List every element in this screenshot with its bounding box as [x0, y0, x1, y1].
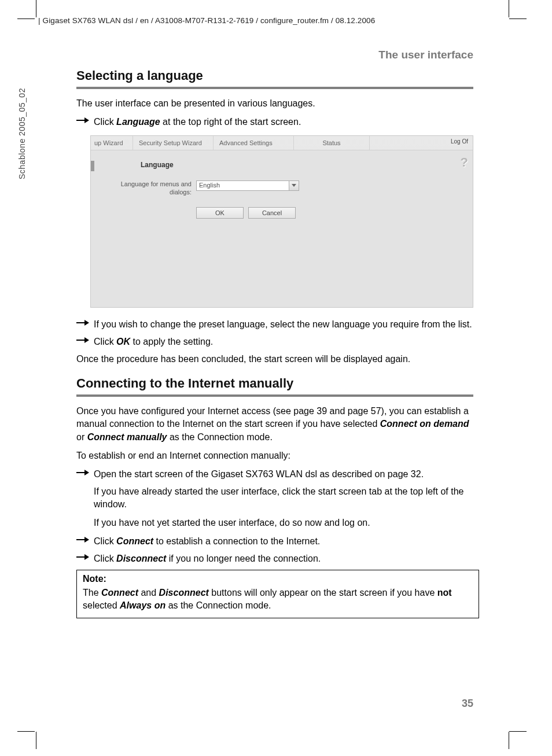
panel-heading: Language [141, 161, 174, 169]
bold-ok: OK [116, 337, 130, 346]
heading-rule [76, 87, 473, 89]
ok-button[interactable]: OK [196, 207, 244, 219]
arrow-icon [76, 337, 89, 345]
language-field-label: Language for menus and dialogs: [105, 180, 192, 197]
bold-connect: Connect [116, 536, 153, 546]
note-box: Note: The Connect and Disconnect buttons… [76, 570, 479, 618]
step-not-started: If you have not yet started the user int… [94, 517, 473, 529]
svg-marker-6 [84, 337, 89, 343]
help-icon[interactable]: ? [461, 155, 468, 170]
step-select-language: If you wish to change the preset languag… [76, 318, 473, 331]
section-heading-language: Selecting a language [76, 68, 473, 83]
arrow-icon [76, 536, 89, 544]
svg-marker-4 [84, 320, 89, 326]
language-select-value: English [199, 182, 220, 189]
step-click-connect: Click Connect to establish a connection … [76, 535, 473, 548]
arrow-icon [76, 554, 89, 562]
svg-marker-2 [292, 184, 296, 187]
svg-marker-12 [84, 554, 89, 560]
bold-connect-manually: Connect manually [87, 432, 167, 442]
svg-marker-10 [84, 537, 89, 543]
arrow-icon [76, 117, 89, 125]
section-heading-connecting: Connecting to the Internet manually [76, 376, 473, 391]
chevron-down-icon[interactable] [289, 181, 299, 190]
step-click-language: Click Language at the top right of the s… [76, 116, 473, 128]
outro-paragraph: Once the procedure has been concluded, t… [76, 353, 473, 366]
side-template-label: Schablone 2005_05_02 [17, 88, 27, 179]
tab-advanced-settings[interactable]: Advanced Settings [214, 136, 294, 150]
connect-paragraph-1: Once you have configured your Internet a… [76, 405, 473, 443]
tab-status[interactable]: Status [294, 136, 370, 150]
svg-marker-8 [84, 470, 89, 475]
language-screenshot: up Wizard Security Setup Wizard Advanced… [90, 135, 473, 308]
arrow-icon [76, 469, 89, 477]
step-click-disconnect: Click Disconnect if you no longer need t… [76, 552, 473, 565]
header-path: |Gigaset SX763 WLAN dsl / en / A31008-M7… [38, 16, 375, 25]
bold-connect-on-demand: Connect on demand [380, 419, 469, 429]
step-already-started: If you have already started the user int… [94, 485, 473, 511]
language-select[interactable]: English [196, 180, 299, 191]
tab-security-wizard[interactable]: Security Setup Wizard [133, 136, 214, 150]
heading-rule [76, 394, 473, 397]
bold-disconnect: Disconnect [116, 554, 166, 563]
svg-marker-1 [84, 117, 89, 123]
step-click-ok: Click OK to apply the setting. [76, 335, 473, 348]
cancel-button[interactable]: Cancel [248, 207, 296, 219]
page-number: 35 [462, 698, 473, 710]
note-title: Note: [83, 574, 473, 584]
connect-paragraph-2: To establish or end an Internet connecti… [76, 449, 473, 462]
logoff-link[interactable]: Log Of [451, 138, 468, 145]
tab-setup-wizard[interactable]: up Wizard [91, 136, 133, 150]
intro-paragraph: The user interface can be presented in v… [76, 97, 473, 110]
step-open-start-screen: Open the start screen of the Gigaset SX7… [76, 468, 473, 481]
sidebar-indicator [91, 161, 94, 171]
arrow-icon [76, 319, 89, 327]
tab-bar: up Wizard Security Setup Wizard Advanced… [91, 136, 473, 150]
note-body: The Connect and Disconnect buttons will … [83, 587, 473, 612]
bold-language: Language [116, 117, 160, 127]
chapter-title: The user interface [378, 49, 473, 61]
